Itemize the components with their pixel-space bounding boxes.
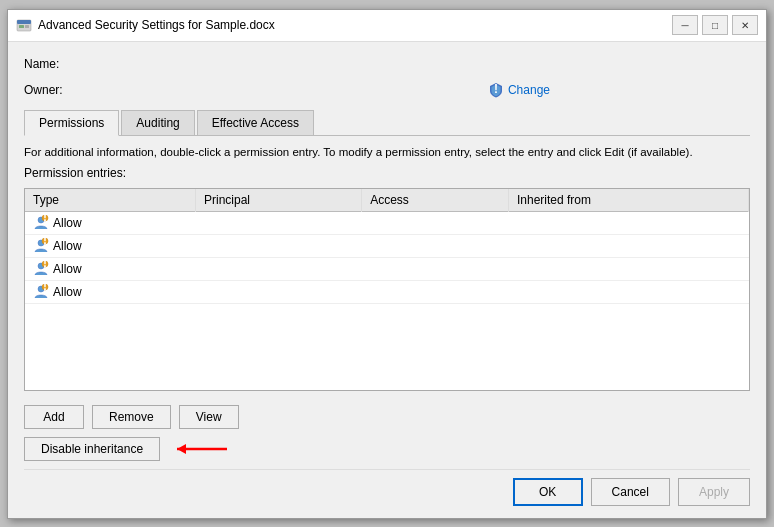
table-cell-type: ! Allow: [25, 211, 196, 234]
table-cell-access: [362, 280, 509, 303]
user-icon: !: [33, 261, 49, 277]
owner-row: Owner: ! Change: [24, 80, 750, 100]
svg-text:!: !: [43, 284, 47, 293]
minimize-button[interactable]: ─: [672, 15, 698, 35]
disable-inheritance-button[interactable]: Disable inheritance: [24, 437, 160, 461]
svg-text:!: !: [43, 261, 47, 270]
title-controls: ─ □ ✕: [672, 15, 758, 35]
tab-permissions[interactable]: Permissions: [24, 110, 119, 136]
user-icon: !: [33, 284, 49, 300]
tab-effective-access[interactable]: Effective Access: [197, 110, 314, 135]
tab-bar: Permissions Auditing Effective Access: [24, 110, 750, 136]
remove-button[interactable]: Remove: [92, 405, 171, 429]
svg-rect-2: [19, 25, 24, 28]
title-bar-left: Advanced Security Settings for Sample.do…: [16, 17, 275, 33]
table-cell-access: [362, 234, 509, 257]
svg-text:!: !: [43, 238, 47, 247]
cancel-button[interactable]: Cancel: [591, 478, 670, 506]
table-cell-inherited-from: [508, 234, 748, 257]
dialog-footer: OK Cancel Apply: [24, 469, 750, 506]
owner-label: Owner:: [24, 83, 63, 97]
table-cell-inherited-from: [508, 211, 748, 234]
col-principal: Principal: [196, 189, 362, 212]
permission-entries-label: Permission entries:: [24, 166, 750, 180]
svg-text:!: !: [43, 215, 47, 224]
change-link[interactable]: ! Change: [488, 82, 550, 98]
table-header-row: Type Principal Access Inherited from: [25, 189, 749, 212]
col-inherited-from: Inherited from: [508, 189, 748, 212]
table-cell-principal: [196, 257, 362, 280]
close-button[interactable]: ✕: [732, 15, 758, 35]
change-label[interactable]: Change: [508, 83, 550, 97]
permissions-table: Type Principal Access Inherited from ! A…: [25, 189, 749, 304]
col-type: Type: [25, 189, 196, 212]
window-icon: [16, 17, 32, 33]
permissions-table-container[interactable]: Type Principal Access Inherited from ! A…: [24, 188, 750, 391]
svg-rect-3: [25, 25, 29, 28]
maximize-button[interactable]: □: [702, 15, 728, 35]
table-cell-type: ! Allow: [25, 234, 196, 257]
table-cell-inherited-from: [508, 257, 748, 280]
table-row[interactable]: ! Allow: [25, 257, 749, 280]
table-row[interactable]: ! Allow: [25, 280, 749, 303]
svg-text:!: !: [494, 82, 498, 96]
view-button[interactable]: View: [179, 405, 239, 429]
table-cell-access: [362, 211, 509, 234]
table-cell-type: ! Allow: [25, 257, 196, 280]
name-row: Name:: [24, 54, 750, 74]
table-cell-access: [362, 257, 509, 280]
info-text: For additional information, double-click…: [24, 146, 750, 158]
add-button[interactable]: Add: [24, 405, 84, 429]
dialog-content: Name: Owner: ! Change Permissions: [8, 42, 766, 518]
title-bar: Advanced Security Settings for Sample.do…: [8, 10, 766, 42]
table-cell-inherited-from: [508, 280, 748, 303]
shield-icon: !: [488, 82, 504, 98]
table-cell-principal: [196, 280, 362, 303]
apply-button[interactable]: Apply: [678, 478, 750, 506]
name-label: Name:: [24, 57, 59, 71]
ok-button[interactable]: OK: [513, 478, 583, 506]
dialog-window: Advanced Security Settings for Sample.do…: [7, 9, 767, 519]
disable-inheritance-row: Disable inheritance: [24, 437, 750, 461]
table-cell-type: ! Allow: [25, 280, 196, 303]
action-buttons: Add Remove View: [24, 405, 750, 429]
table-row[interactable]: ! Allow: [25, 211, 749, 234]
bottom-section: Add Remove View Disable inheritance OK C…: [24, 397, 750, 506]
red-arrow-icon: [172, 439, 232, 459]
table-cell-principal: [196, 234, 362, 257]
user-icon: !: [33, 215, 49, 231]
svg-marker-18: [177, 444, 186, 454]
table-row[interactable]: ! Allow: [25, 234, 749, 257]
col-access: Access: [362, 189, 509, 212]
svg-rect-1: [17, 20, 31, 24]
window-title: Advanced Security Settings for Sample.do…: [38, 18, 275, 32]
table-cell-principal: [196, 211, 362, 234]
tab-auditing[interactable]: Auditing: [121, 110, 194, 135]
user-icon: !: [33, 238, 49, 254]
